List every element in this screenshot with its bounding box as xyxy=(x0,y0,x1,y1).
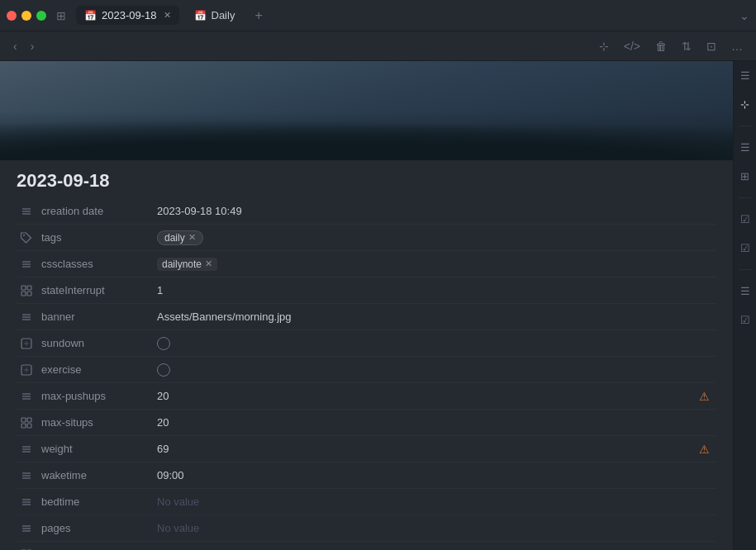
page-title: 2023-09-18 xyxy=(0,160,733,198)
svg-rect-10 xyxy=(27,292,31,296)
property-row-waketime: waketime09:00 xyxy=(17,462,716,489)
svg-rect-19 xyxy=(21,418,26,422)
property-row-weight: weight69⚠ xyxy=(17,436,716,462)
bookmark-icon[interactable]: ⊹ xyxy=(596,38,612,55)
svg-rect-7 xyxy=(21,286,26,290)
checkbox-exercise[interactable] xyxy=(157,363,170,377)
property-row-stateInterrupt: stateInterrupt1 xyxy=(17,277,716,304)
prop-icon-tags xyxy=(17,232,36,244)
right-sidebar: ☰ ⊹ ☰ ⊞ ☑ ☑ ☰ ☑ xyxy=(733,61,756,550)
css-remove-cssclasses[interactable]: ✕ xyxy=(205,258,212,269)
prop-name-max-situps: max-situps xyxy=(41,416,157,429)
property-row-max-situps: max-situps20 xyxy=(17,410,716,436)
svg-rect-22 xyxy=(27,424,31,428)
code-icon[interactable]: </> xyxy=(620,38,644,55)
banner-trees xyxy=(0,119,733,160)
prop-value-stateInterrupt[interactable]: 1 xyxy=(157,284,716,296)
tab-date[interactable]: 📅 2023-09-18 ✕ xyxy=(76,6,179,25)
tab-daily-icon: 📅 xyxy=(194,10,207,21)
banner-image xyxy=(0,61,733,160)
property-row-banner: bannerAssets/Banners/morning.jpg xyxy=(17,304,716,330)
prop-icon-cssclasses xyxy=(17,258,36,270)
sidebar-icon-2[interactable]: ⊹ xyxy=(739,97,751,112)
prop-name-bedtime: bedtime xyxy=(41,495,157,508)
sidebar-divider-2 xyxy=(739,197,752,198)
titlebar: ⊞ 📅 2023-09-18 ✕ 📅 Daily + ⌄ xyxy=(0,0,756,31)
prop-name-tags: tags xyxy=(41,231,157,244)
back-button[interactable]: ‹ xyxy=(10,38,21,55)
property-row-max-pushups: max-pushups20⚠ xyxy=(17,383,716,410)
prop-name-exercise: exercise xyxy=(41,363,157,376)
prop-value-pages[interactable]: No value xyxy=(157,522,716,534)
property-row-pages: pagesNo value xyxy=(17,515,716,542)
prop-value-bedtime[interactable]: No value xyxy=(157,495,716,508)
property-row-cssclasses: cssclassesdailynote ✕ xyxy=(17,251,716,277)
sidebar-icon-3[interactable]: ☰ xyxy=(739,140,752,155)
content-area: 2023-09-18 creation date2023-09-18 10:49… xyxy=(0,61,733,550)
checkbox-sundown[interactable] xyxy=(157,337,170,350)
svg-rect-8 xyxy=(27,286,31,290)
prop-name-stateInterrupt: stateInterrupt xyxy=(41,284,157,296)
property-row-tags: tagsdaily ✕ xyxy=(17,225,716,251)
prop-value-cssclasses: dailynote ✕ xyxy=(157,258,716,271)
prop-icon-waketime xyxy=(17,470,36,481)
prop-icon-weight xyxy=(17,443,36,455)
arrows-icon[interactable]: ⇅ xyxy=(678,38,695,55)
maximize-button[interactable] xyxy=(36,11,46,21)
prop-value-sundown xyxy=(157,337,716,350)
tab-date-icon: 📅 xyxy=(84,10,97,21)
prop-name-waketime: waketime xyxy=(41,469,157,481)
prop-name-cssclasses: cssclasses xyxy=(41,258,157,270)
prop-value-max-situps[interactable]: 20 xyxy=(157,416,716,429)
prop-name-creation date: creation date xyxy=(41,205,157,217)
main-layout: 2023-09-18 creation date2023-09-18 10:49… xyxy=(0,61,756,550)
tab-daily[interactable]: 📅 Daily xyxy=(186,6,244,25)
sidebar-icon-6[interactable]: ☑ xyxy=(739,240,752,256)
warning-icon-weight: ⚠ xyxy=(699,443,710,456)
prop-icon-creation date xyxy=(17,206,36,217)
sidebar-icon-7[interactable]: ☰ xyxy=(739,283,752,299)
tab-date-label: 2023-09-18 xyxy=(102,9,157,21)
trash-icon[interactable]: 🗑 xyxy=(652,38,670,55)
forward-button[interactable]: › xyxy=(27,38,38,55)
prop-name-weight: weight xyxy=(41,443,157,455)
sidebar-divider-1 xyxy=(739,126,752,126)
minimize-button[interactable] xyxy=(21,11,31,21)
prop-icon-exercise xyxy=(17,364,36,376)
css-badge-cssclasses[interactable]: dailynote ✕ xyxy=(157,258,217,271)
tab-date-close[interactable]: ✕ xyxy=(164,10,171,21)
prop-icon-bedtime xyxy=(17,496,36,508)
prop-value-weight[interactable]: 69 xyxy=(157,443,716,455)
window-icon: ⊞ xyxy=(56,9,66,22)
sidebar-icon-5[interactable]: ☑ xyxy=(739,211,752,227)
property-row-exercise: exercise xyxy=(17,357,716,383)
prop-value-tags: daily ✕ xyxy=(157,230,716,245)
tag-badge-tags[interactable]: daily ✕ xyxy=(157,230,203,245)
tag-remove-tags[interactable]: ✕ xyxy=(188,232,196,243)
more-icon[interactable]: … xyxy=(728,38,746,55)
svg-rect-21 xyxy=(21,424,26,428)
prop-value-max-pushups[interactable]: 20 xyxy=(157,390,716,402)
prop-name-max-pushups: max-pushups xyxy=(41,390,157,402)
warning-icon-max-pushups: ⚠ xyxy=(699,390,710,403)
svg-rect-20 xyxy=(27,418,31,422)
sidebar-icon-8[interactable]: ☑ xyxy=(739,312,752,328)
prop-value-exercise xyxy=(157,363,716,377)
titlebar-chevron-icon[interactable]: ⌄ xyxy=(739,9,749,22)
nav-buttons: ‹ › xyxy=(10,38,37,55)
prop-value-waketime[interactable]: 09:00 xyxy=(157,469,716,481)
toolbar-actions: ⊹ </> 🗑 ⇅ ⊡ … xyxy=(596,38,746,55)
prop-name-pages: pages xyxy=(41,522,157,534)
sidebar-icon-1[interactable]: ☰ xyxy=(739,68,752,83)
prop-name-banner: banner xyxy=(41,311,157,323)
property-row-sundown: sundown xyxy=(17,330,716,357)
prop-value-banner[interactable]: Assets/Banners/morning.jpg xyxy=(157,311,716,323)
prop-icon-pages xyxy=(17,523,36,534)
layout-icon[interactable]: ⊡ xyxy=(703,38,720,55)
sidebar-icon-4[interactable]: ⊞ xyxy=(739,168,751,184)
prop-value-creation date[interactable]: 2023-09-18 10:49 xyxy=(157,205,716,217)
prop-icon-stateInterrupt xyxy=(17,285,36,296)
properties-list: creation date2023-09-18 10:49tagsdaily ✕… xyxy=(0,198,733,550)
add-tab-button[interactable]: + xyxy=(250,8,267,23)
close-button[interactable] xyxy=(7,11,17,21)
